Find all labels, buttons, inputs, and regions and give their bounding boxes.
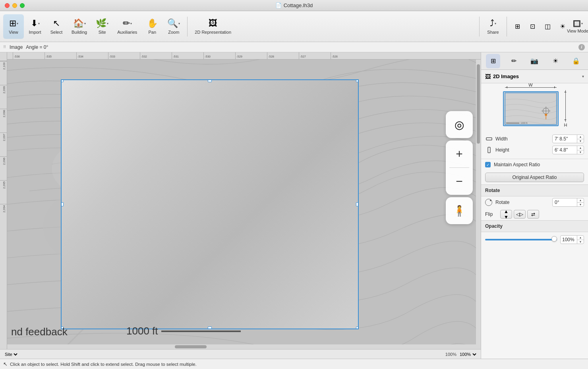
height-icon xyxy=(485,147,493,153)
rotate-row: Rotate 0° ▲ ▼ xyxy=(481,196,588,208)
panel-3d-icon: ◫ xyxy=(545,23,551,30)
height-stepper: ▲ ▼ xyxy=(577,146,584,154)
close-button[interactable] xyxy=(5,3,10,8)
bottom-bar: Site 100% 100% xyxy=(0,349,481,359)
horizontal-scrollbar[interactable] xyxy=(7,344,481,349)
panel-edit-icon: ⊡ xyxy=(530,23,535,30)
height-step-down[interactable]: ▼ xyxy=(577,150,584,155)
zoom-label: Zoom xyxy=(168,30,179,35)
original-aspect-button[interactable]: Original Aspect Ratio xyxy=(485,173,584,182)
layer-select[interactable]: Site xyxy=(3,352,19,357)
handle-mid-left[interactable] xyxy=(61,202,64,206)
opacity-value: 100% xyxy=(561,237,577,242)
opacity-section-header: Opacity xyxy=(481,220,588,232)
pan-label: Pan xyxy=(148,30,156,35)
flip-both-icon: ⇄ xyxy=(531,211,535,217)
scroll-thumb-v[interactable] xyxy=(477,64,480,144)
height-input[interactable]: 6' 4.8" ▲ ▼ xyxy=(552,146,584,154)
select-button[interactable]: ↖ Select xyxy=(46,14,67,39)
width-step-down[interactable]: ▼ xyxy=(577,139,584,144)
ruler-top-tick-6: -530 xyxy=(203,52,235,59)
rotate-input[interactable]: 0° ▲ ▼ xyxy=(552,198,584,207)
auxiliaries-button[interactable]: ✏ ▾ Auxiliaries xyxy=(113,14,141,39)
info-icon[interactable]: i xyxy=(578,44,585,50)
rotate-step-up[interactable]: ▲ xyxy=(577,198,584,203)
flip-row: Flip ▲▼ ◁▷ ⇄ xyxy=(481,208,588,220)
site-icon: 🌿 xyxy=(96,18,106,29)
site-button[interactable]: 🌿 ▾ Site xyxy=(92,14,112,39)
2d-representation-button[interactable]: 🖼 2D Representation xyxy=(191,14,235,39)
panel-3d-toggle[interactable]: ◫ xyxy=(540,19,555,34)
handle-top-right[interactable] xyxy=(356,79,359,82)
rotate-label: Rotate xyxy=(495,200,549,205)
scroll-thumb-h[interactable] xyxy=(175,345,207,348)
panel-icon-properties[interactable]: ⊞ xyxy=(486,54,500,68)
pan-icon: ✋ xyxy=(147,18,158,29)
preview-image[interactable]: 1000 ft xyxy=(503,91,559,126)
opacity-header-label: Opacity xyxy=(485,223,503,229)
panel-icon-sun[interactable]: ☀ xyxy=(548,54,563,68)
panel-icon-lock[interactable]: 🔒 xyxy=(569,54,583,68)
secondary-bar: ⠿ Image Angle = 0° i xyxy=(0,42,588,52)
width-label: Width xyxy=(495,136,550,142)
selected-image[interactable] xyxy=(61,79,359,329)
ruler-top: -536 -535 -534 -533 -532 -531 -530 -529 … xyxy=(7,52,481,60)
panel-edit-toggle[interactable]: ⊡ xyxy=(525,19,540,34)
minimize-button[interactable] xyxy=(12,3,17,8)
flip-both-button[interactable]: ⇄ xyxy=(527,210,539,219)
rotate-dot xyxy=(490,200,491,201)
maintain-aspect-checkbox[interactable]: ✓ xyxy=(485,162,491,167)
ruler-top-tick-9: -527 xyxy=(299,52,331,59)
w-label: W xyxy=(528,83,532,87)
opacity-thumb[interactable] xyxy=(551,236,557,242)
view-button[interactable]: ⊞ ▾ View xyxy=(3,14,24,39)
share-caret: ▾ xyxy=(495,22,496,25)
ruler-left-label-6: 2,094 xyxy=(2,205,6,213)
zoom-button[interactable]: 🔍 ▾ Zoom xyxy=(163,14,184,39)
opacity-step-up[interactable]: ▲ xyxy=(577,235,584,240)
panel-sun-icon: ☀ xyxy=(560,23,565,30)
building-button[interactable]: 🏠 ▾ Building xyxy=(68,14,91,39)
panel-icon-camera[interactable]: 📷 xyxy=(527,54,542,68)
ruler-left-tick-4: 2,096 xyxy=(0,156,7,180)
h-label: H xyxy=(564,123,567,127)
map-canvas[interactable]: 1800' 1400' 1600' xyxy=(7,60,481,349)
zoom-in-button[interactable]: + xyxy=(446,140,473,167)
locate-button[interactable]: ◎ xyxy=(446,111,473,138)
import-button[interactable]: ⬇ ▾ Import xyxy=(25,14,45,39)
w-label-group: W xyxy=(505,83,557,88)
share-button[interactable]: ⤴ ▾ Share xyxy=(483,14,503,39)
view-mode-button[interactable]: 🔲 ▾ View Mode xyxy=(571,19,585,34)
maximize-button[interactable] xyxy=(20,3,25,8)
handle-bot-right[interactable] xyxy=(356,327,359,329)
opacity-step-down[interactable]: ▼ xyxy=(577,240,584,244)
panel-icon-draw[interactable]: ✏ xyxy=(507,54,521,68)
title-text: Cottage.lh3d xyxy=(284,2,313,8)
vertical-scrollbar[interactable] xyxy=(476,60,481,349)
window-title: 📄 Cottage.lh3d xyxy=(275,2,313,8)
locate-icon: ◎ xyxy=(455,118,464,131)
opacity-slider[interactable] xyxy=(485,239,557,240)
preview-container: W xyxy=(503,91,559,126)
handle-top-left[interactable] xyxy=(61,79,64,82)
pan-button[interactable]: ✋ Pan xyxy=(142,14,162,39)
width-input[interactable]: 7' 8.5" ▲ ▼ xyxy=(552,135,584,143)
width-step-up[interactable]: ▲ xyxy=(577,135,584,139)
zoom-out-button[interactable]: − xyxy=(446,168,473,195)
status-bar: ↖ Click an object to select. Hold Shift … xyxy=(0,359,588,369)
ruler-top-tick-3: -533 xyxy=(108,52,140,59)
person-button[interactable]: 🧍 xyxy=(446,197,473,224)
handle-mid-right[interactable] xyxy=(356,202,359,206)
height-step-up[interactable]: ▲ xyxy=(577,146,584,150)
flip-vertical-button[interactable]: ▲▼ xyxy=(500,210,512,219)
ruler-top-tick-8: -528 xyxy=(267,52,299,59)
zoom-select[interactable]: 100% xyxy=(458,352,478,357)
panel-props-toggle[interactable]: ⊞ xyxy=(510,19,524,34)
scale-line xyxy=(161,331,241,332)
opacity-input[interactable]: 100% ▲ ▼ xyxy=(560,235,584,244)
preview-area: W xyxy=(481,83,588,130)
opacity-stepper: ▲ ▼ xyxy=(577,235,584,244)
flip-horizontal-button[interactable]: ◁▷ xyxy=(514,210,526,219)
auxiliaries-caret: ▾ xyxy=(130,22,132,25)
rotate-step-down[interactable]: ▼ xyxy=(577,203,584,207)
